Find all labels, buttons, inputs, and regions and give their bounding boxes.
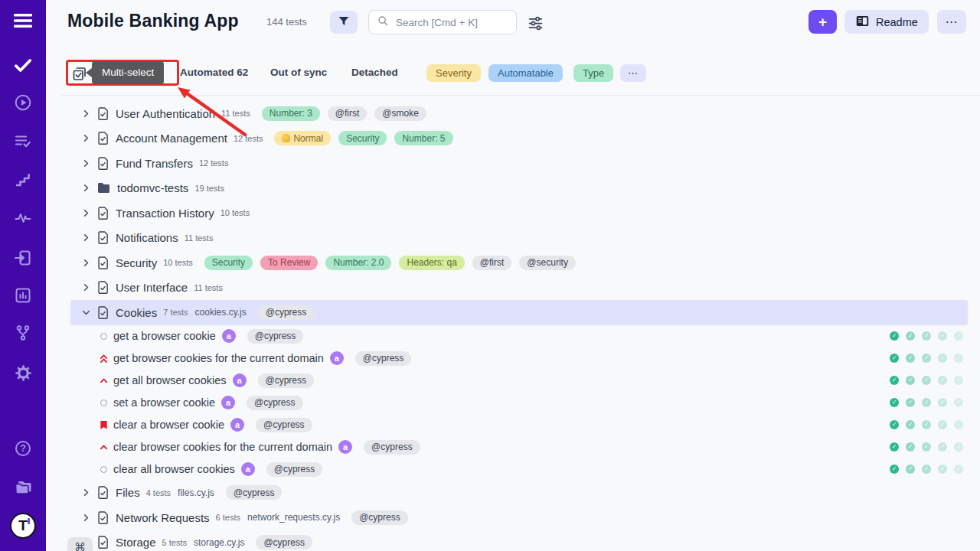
chevron-right-icon[interactable] <box>82 134 91 142</box>
play-circle-icon[interactable] <box>0 89 46 116</box>
readme-button[interactable]: Readme <box>844 10 929 34</box>
tag-chip[interactable]: @security <box>519 256 576 270</box>
toolbar-automated-filter[interactable]: Automated 62 <box>180 67 248 78</box>
tag-chip[interactable]: To Review <box>260 256 318 270</box>
chevron-right-icon[interactable] <box>82 159 91 168</box>
suite-row[interactable]: Cookies7 testscookies.cy.js@cypress <box>70 300 968 325</box>
chevron-right-icon[interactable] <box>82 488 91 497</box>
test-row[interactable]: set a browser cookiea@cypress✓✓✓✓✓ <box>70 392 968 414</box>
tag-chips: NormalSecurityNumber: 5 <box>274 131 452 145</box>
folders-icon[interactable] <box>0 474 46 501</box>
tag-chip[interactable]: Number: 5 <box>394 131 452 145</box>
tag-chip[interactable]: @first <box>472 256 512 270</box>
tag-chip[interactable]: Security <box>338 131 387 145</box>
add-button[interactable]: + <box>808 10 837 34</box>
tag-chip[interactable]: Number: 3 <box>262 106 320 121</box>
chevron-right-icon[interactable] <box>82 209 91 217</box>
passed-status-icon: ✓ <box>906 354 915 363</box>
search-icon <box>377 15 390 31</box>
test-row[interactable]: clear browser cookies for the current do… <box>70 436 968 458</box>
suite-row[interactable]: User Authentication11 testsNumber: 3@fir… <box>70 101 968 126</box>
severity-chip[interactable]: Severity <box>426 64 481 82</box>
list-check-icon[interactable] <box>0 127 46 155</box>
tests-count: 4 tests <box>146 488 171 497</box>
gear-icon[interactable] <box>0 359 46 386</box>
test-name: get a browser cookie <box>113 330 216 342</box>
tag-chip[interactable]: @cypress <box>258 373 315 388</box>
tag-chip[interactable]: @cypress <box>351 510 408 525</box>
chevron-right-icon[interactable] <box>82 184 91 192</box>
suite-row[interactable]: Fund Transfers12 tests <box>70 151 968 176</box>
tag-chip[interactable]: Security <box>204 256 253 270</box>
chevron-right-icon[interactable] <box>82 259 91 267</box>
sign-in-icon[interactable] <box>0 244 46 272</box>
passed-status-icon: ✓ <box>922 465 931 474</box>
passed-status-icon: ✓ <box>938 420 947 429</box>
toolbar-more-chip[interactable]: ⋯ <box>620 64 646 82</box>
suite-row[interactable]: User Interface11 tests <box>70 276 968 301</box>
toolbar-out-of-sync-filter[interactable]: Out of sync <box>270 67 327 78</box>
passed-status-icon: ✓ <box>938 376 947 385</box>
suite-row[interactable]: Account Management12 testsNormalSecurity… <box>70 126 968 152</box>
tag-chip[interactable]: Normal <box>274 131 331 145</box>
passed-status-icon: ✓ <box>890 398 899 407</box>
command-key-badge[interactable]: ⌘ <box>67 537 93 551</box>
chevron-right-icon[interactable] <box>82 514 91 522</box>
tune-icon[interactable] <box>525 13 545 33</box>
tag-chip[interactable]: @smoke <box>374 106 426 121</box>
tag-chip[interactable]: @cypress <box>258 305 315 320</box>
chevron-right-icon[interactable] <box>82 283 91 292</box>
tag-chip[interactable]: @cypress <box>247 329 304 344</box>
tag-chip[interactable]: @cypress <box>256 418 312 432</box>
suite-row[interactable]: Files4 testsfiles.cy.js@cypress <box>70 481 968 506</box>
tag-chip[interactable]: Number: 2.0 <box>325 256 391 270</box>
chevron-right-icon[interactable] <box>82 233 91 242</box>
check-icon[interactable] <box>0 51 46 79</box>
avatar[interactable]: T <box>0 512 46 540</box>
test-row[interactable]: clear all browser cookiesa@cypress✓✓✓✓✓ <box>70 458 968 481</box>
tag-chip[interactable]: @cypress <box>256 535 312 549</box>
tag-chip[interactable]: @cypress <box>247 396 303 410</box>
automated-badge: a <box>338 440 352 454</box>
search-box[interactable] <box>368 10 517 34</box>
search-input[interactable] <box>396 17 511 28</box>
test-tree: User Authentication11 testsNumber: 3@fir… <box>46 96 980 551</box>
tag-chip[interactable]: @cypress <box>355 351 412 366</box>
test-row[interactable]: get a browser cookiea@cypress✓✓✓✓✓ <box>70 325 968 347</box>
tag-chip[interactable]: Headers: qa <box>399 256 464 270</box>
suite-row[interactable]: Network Requests6 testsnetwork_requests.… <box>70 505 968 530</box>
folder-row[interactable]: todomvc-tests19 tests <box>70 176 968 201</box>
tag-chip[interactable]: @cypress <box>266 462 323 477</box>
test-row[interactable]: get all browser cookiesa@cypress✓✓✓✓✓ <box>70 370 968 392</box>
chevron-right-icon[interactable] <box>82 109 91 118</box>
tag-chip[interactable]: @cypress <box>364 440 420 455</box>
suite-name: Security <box>116 256 157 269</box>
suite-row[interactable]: Notifications11 tests <box>70 226 968 251</box>
type-chip[interactable]: Type <box>573 64 613 82</box>
suite-row[interactable]: Storage5 testsstorage.cy.js@cypress <box>70 530 968 551</box>
branch-icon[interactable] <box>0 319 46 347</box>
filter-button[interactable] <box>330 11 358 34</box>
help-icon[interactable]: ? <box>0 435 46 462</box>
test-name: get browser cookies for the current doma… <box>113 352 324 364</box>
file-icon <box>97 132 109 145</box>
suite-row[interactable]: Security10 testsSecurityTo ReviewNumber:… <box>70 250 968 276</box>
tag-chip[interactable]: @cypress <box>226 485 283 500</box>
test-row[interactable]: get browser cookies for the current doma… <box>70 347 968 370</box>
tag-chip[interactable]: @first <box>328 106 368 121</box>
toolbar-detached-filter[interactable]: Detached <box>351 67 398 78</box>
bar-chart-icon[interactable] <box>0 282 46 309</box>
suite-name: Files <box>116 486 140 499</box>
test-row[interactable]: clear a browser cookiea@cypress✓✓✓✓✓ <box>70 414 968 436</box>
tag-chips: SecurityTo ReviewNumber: 2.0Headers: qa@… <box>204 256 576 270</box>
file-name: files.cy.js <box>178 487 214 498</box>
multi-select-icon[interactable] <box>72 66 87 81</box>
hamburger-menu-icon[interactable] <box>0 7 46 34</box>
pulse-icon[interactable] <box>0 204 46 232</box>
automatable-chip[interactable]: Automatable <box>488 64 563 82</box>
header-more-button[interactable]: ⋯ <box>937 10 966 34</box>
steps-icon[interactable] <box>0 166 46 194</box>
chevron-down-icon[interactable] <box>82 308 91 317</box>
suite-row[interactable]: Transaction History10 tests <box>70 201 968 226</box>
automated-badge: a <box>222 329 236 343</box>
